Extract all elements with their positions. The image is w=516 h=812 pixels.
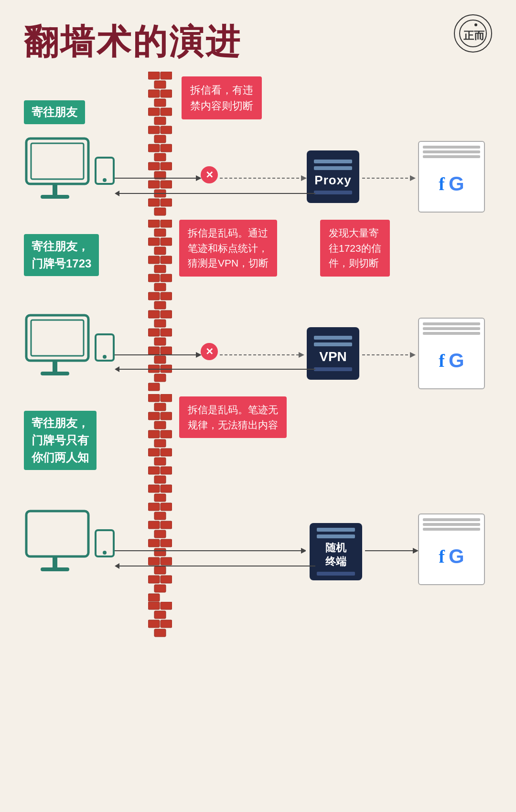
svg-rect-116 (148, 594, 160, 601)
svg-rect-24 (148, 199, 160, 206)
svg-rect-98 (148, 485, 160, 492)
label-section3: 寄往朋友， 门牌号只有 你们两人知 (24, 411, 97, 470)
page: 翻墙术的演进 正而 (0, 0, 516, 812)
svg-marker-36 (301, 175, 307, 181)
svg-rect-113 (148, 576, 160, 583)
svg-rect-53 (148, 292, 160, 300)
svg-rect-57 (161, 310, 172, 318)
svg-rect-101 (148, 503, 160, 511)
svg-rect-3 (148, 72, 160, 79)
svg-point-121 (103, 551, 107, 555)
svg-rect-67 (154, 374, 166, 382)
svg-rect-88 (154, 421, 166, 429)
svg-rect-51 (161, 274, 172, 282)
svg-rect-30 (41, 195, 69, 199)
svg-rect-84 (161, 394, 172, 402)
svg-rect-70 (31, 320, 84, 356)
svg-rect-87 (161, 412, 172, 420)
svg-rect-42 (161, 220, 172, 227)
svg-rect-45 (161, 238, 172, 246)
arrow-2-back (115, 364, 315, 374)
arrow-1-back (115, 189, 315, 198)
svg-rect-106 (154, 530, 166, 538)
svg-rect-44 (148, 238, 160, 246)
svg-rect-61 (154, 338, 166, 345)
arrow-3-to-website (365, 546, 420, 556)
desc-box-3: 拆信是乱码。笔迹无 规律，无法猜出内容 (179, 396, 322, 438)
svg-rect-17 (154, 153, 166, 161)
svg-rect-18 (148, 162, 160, 170)
svg-text:正而: 正而 (463, 30, 484, 42)
svg-rect-16 (161, 144, 172, 152)
svg-rect-48 (161, 256, 172, 264)
svg-rect-49 (154, 265, 166, 273)
svg-rect-7 (161, 90, 172, 97)
svg-rect-131 (148, 620, 160, 628)
computer-group-3 (22, 506, 117, 585)
svg-rect-52 (154, 283, 166, 291)
svg-rect-94 (154, 458, 166, 465)
svg-rect-119 (41, 567, 69, 571)
desc-box-2a: 拆信是乱码。通过 笔迹和标点统计， 猜测是VPN，切断 (179, 220, 313, 277)
svg-rect-132 (161, 620, 172, 628)
label-section2: 寄往朋友， 门牌号1723 (24, 234, 99, 276)
svg-rect-99 (161, 485, 172, 492)
svg-rect-54 (161, 292, 172, 300)
svg-point-32 (103, 178, 107, 182)
svg-rect-43 (154, 229, 166, 236)
svg-rect-55 (154, 301, 166, 309)
svg-rect-92 (148, 449, 160, 456)
svg-rect-19 (161, 162, 172, 170)
label-section1: 寄往朋友 (24, 100, 85, 124)
svg-rect-133 (154, 629, 166, 637)
svg-rect-104 (148, 521, 160, 529)
svg-point-74 (103, 355, 107, 359)
svg-rect-9 (148, 108, 160, 116)
svg-marker-80 (410, 352, 416, 358)
svg-rect-71 (53, 361, 57, 373)
desc-box-1: 拆信看，有违 禁内容则切断 (182, 76, 306, 119)
website-box-1: f G (418, 141, 485, 213)
svg-rect-25 (161, 199, 172, 206)
svg-rect-59 (148, 329, 160, 336)
svg-marker-82 (115, 366, 119, 372)
computer-icon-1 (22, 134, 117, 210)
svg-rect-29 (53, 184, 57, 196)
svg-rect-4 (161, 72, 172, 79)
svg-rect-130 (154, 611, 166, 619)
svg-rect-105 (161, 521, 172, 529)
svg-rect-10 (161, 108, 172, 116)
svg-rect-86 (148, 412, 160, 420)
computer-icon-2 (22, 310, 117, 387)
svg-rect-97 (154, 476, 166, 483)
svg-rect-118 (53, 556, 57, 568)
svg-marker-40 (115, 191, 119, 196)
svg-rect-5 (154, 81, 166, 88)
svg-rect-85 (154, 403, 166, 411)
svg-rect-11 (154, 117, 166, 125)
svg-rect-115 (154, 585, 166, 592)
website-box-2: f G (418, 318, 485, 389)
svg-rect-72 (41, 372, 69, 375)
computer-group-2 (22, 310, 117, 389)
svg-rect-12 (148, 126, 160, 134)
svg-rect-83 (148, 394, 160, 402)
svg-rect-27 (26, 139, 88, 184)
svg-rect-95 (148, 467, 160, 474)
svg-marker-123 (301, 548, 306, 554)
arrow-2-to-vpn (220, 350, 313, 360)
svg-rect-129 (161, 602, 172, 609)
svg-rect-102 (161, 503, 172, 511)
svg-rect-68 (148, 383, 160, 391)
svg-rect-26 (154, 208, 166, 215)
svg-rect-15 (148, 144, 160, 152)
svg-rect-14 (154, 135, 166, 143)
arrow-1-to-website (362, 173, 419, 183)
page-title: 翻墙术的演进 (24, 19, 242, 65)
wall-1-top (148, 72, 172, 222)
svg-rect-60 (161, 329, 172, 336)
svg-rect-91 (154, 439, 166, 447)
svg-marker-38 (410, 175, 416, 181)
svg-marker-78 (299, 352, 304, 358)
arrow-2-to-website (362, 350, 419, 360)
